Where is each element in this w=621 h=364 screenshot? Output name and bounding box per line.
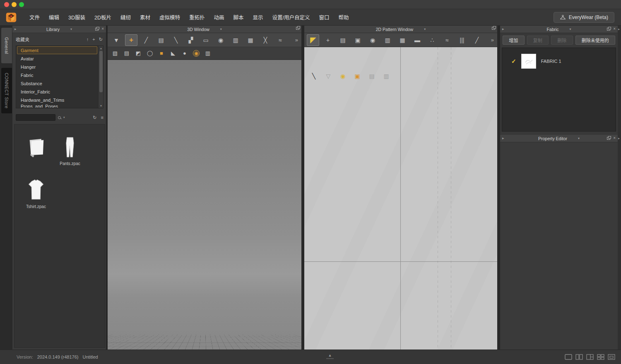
menu-item[interactable]: 窗口 (315, 11, 334, 24)
arrangement-tool[interactable]: ▞ (185, 34, 197, 46)
pleats-tool[interactable]: ||| (456, 34, 468, 46)
stamp-tool[interactable]: ▤ (366, 70, 378, 82)
expand-timeline-button[interactable]: ▲ (326, 353, 334, 359)
undock-panel-icon[interactable] (296, 27, 299, 30)
library-list-scrollbar[interactable]: ▲ ▼ (98, 46, 103, 108)
tab-connect-store[interactable]: CONNECT Store (1, 68, 12, 113)
delete-unused-fabric-button[interactable]: 删除未使用的 (575, 36, 616, 45)
show-fabric-toggle[interactable]: ■ (156, 48, 166, 58)
grid-tool-2d[interactable]: ▦ (396, 34, 409, 46)
show-globe-toggle[interactable]: ◉ (191, 48, 201, 58)
show-mannequin-toggle[interactable]: ◯ (145, 48, 155, 58)
menu-item[interactable]: 动画 (209, 11, 229, 24)
dock-arrow-icon[interactable]: ▸ (502, 136, 504, 140)
chevron-down-icon[interactable]: ▾ (424, 27, 426, 31)
show-head-toggle[interactable]: ● (180, 48, 190, 58)
transparency-toggle[interactable]: ◣ (168, 48, 178, 58)
menu-item[interactable]: 编辑 (44, 11, 64, 24)
close-panel-icon[interactable]: × (101, 27, 104, 31)
layout-dual-button[interactable] (575, 354, 583, 360)
pen-tool[interactable]: ╱ (471, 34, 483, 46)
chevron-down-icon[interactable]: ▾ (70, 27, 72, 31)
scrollbar-thumb[interactable] (99, 51, 103, 92)
2d-pattern-canvas[interactable]: ╲▽◉▣▤▥ (304, 47, 497, 350)
menu-item[interactable]: 素材 (135, 11, 155, 24)
sewing-machine-tool-2d[interactable]: ▥ (381, 34, 394, 46)
library-item-avatar[interactable]: Avatar (17, 55, 97, 62)
refresh-icon[interactable]: ↻ (99, 37, 103, 42)
stitch-tool[interactable]: ≈ (274, 34, 286, 46)
toolbar-overflow-icon[interactable]: » (491, 37, 495, 43)
scroll-up-icon[interactable]: ▲ (99, 46, 104, 50)
menu-item[interactable]: 缝纫 (116, 11, 135, 24)
library-item-props-and-poses[interactable]: Props_and_Poses (17, 104, 97, 108)
show-avatar-toggle[interactable]: ◩ (133, 48, 143, 58)
menu-item[interactable]: 3D服装 (64, 11, 90, 24)
menu-item[interactable]: 显示 (248, 11, 268, 24)
close-window-button[interactable] (4, 2, 9, 7)
library-file-pants[interactable]: Pants.zpac (55, 134, 85, 166)
edit-texture-tool[interactable]: ╲ (308, 70, 320, 82)
dock-arrow-icon[interactable]: ▸ (14, 27, 17, 31)
render-style-toggle[interactable]: ▧ (110, 48, 120, 58)
trace-tool[interactable]: ◉ (366, 34, 379, 46)
close-panel-icon[interactable]: × (613, 136, 616, 140)
undock-panel-icon[interactable] (607, 28, 610, 31)
tab-general[interactable]: General (1, 28, 12, 63)
library-item-fabric[interactable]: Fabric (17, 71, 97, 79)
library-item-hanger[interactable]: Hanger (17, 63, 97, 71)
chevron-down-icon[interactable]: ▾ (578, 136, 580, 140)
transform-pattern-tool[interactable]: ◤ (307, 34, 319, 46)
simulate-tool[interactable]: ▼ (110, 34, 123, 46)
undock-panel-icon[interactable] (492, 27, 495, 30)
library-search-input[interactable] (16, 114, 55, 121)
menu-item[interactable]: 2D板片 (90, 11, 116, 24)
undock-panel-icon[interactable] (607, 137, 610, 140)
library-item-hardware-and-trims[interactable]: Hardware_and_Trims (17, 96, 97, 104)
scroll-down-icon[interactable]: ▼ (99, 103, 104, 108)
avatar-tool[interactable]: ◉ (214, 34, 227, 46)
chevron-down-icon[interactable]: ▾ (220, 27, 222, 31)
library-item-substance[interactable]: Substance (17, 79, 97, 87)
layout-triple-button[interactable] (586, 354, 594, 360)
menu-item[interactable]: 文件 (25, 11, 44, 24)
add-fabric-button[interactable]: 增加 (503, 36, 525, 45)
library-file-tshirt[interactable]: Tshirt.zpac (21, 177, 51, 209)
sewing-machine-tool[interactable]: ▥ (229, 34, 242, 46)
import-icon[interactable]: ↑ (87, 37, 89, 42)
library-item-garment[interactable]: Garment (17, 46, 97, 54)
fabric-list-item[interactable]: ✓ FABRIC 1 (502, 48, 616, 69)
list-view-icon[interactable]: ≡ (101, 115, 104, 120)
menu-item[interactable]: 脚本 (229, 11, 248, 24)
minimize-window-button[interactable] (12, 2, 17, 7)
grid-tool[interactable]: ▦ (244, 34, 257, 46)
layout-reset-button[interactable] (608, 354, 615, 360)
search-icon[interactable] (58, 116, 61, 119)
swatch-tool[interactable]: ▣ (351, 70, 363, 82)
show-garment-toggle[interactable]: ▤ (122, 48, 132, 58)
pin-tool[interactable]: ╲ (170, 34, 182, 46)
menu-item[interactable]: 设置/用户自定义 (268, 11, 315, 24)
stitch-tool-2d[interactable]: ≈ (441, 34, 453, 46)
3d-viewport[interactable] (108, 60, 301, 350)
maximize-window-button[interactable] (19, 2, 24, 7)
search-filter-caret-icon[interactable]: ▾ (63, 116, 65, 119)
edit-pattern-tool[interactable]: + (322, 34, 334, 46)
select-garment-tool[interactable]: ▤ (155, 34, 167, 46)
library-item-interior-fabric[interactable]: Interior_Fabric (17, 88, 97, 96)
toolbar-overflow-icon[interactable]: » (295, 37, 299, 43)
select-box-tool[interactable]: ▭ (200, 34, 212, 46)
notch-tool[interactable]: ∴ (426, 34, 438, 46)
expand-dock-icon[interactable]: ▸ (618, 27, 620, 31)
adjust-tool[interactable]: ▽ (322, 70, 335, 82)
select-brush-tool[interactable]: ╱ (140, 34, 152, 46)
library-file-folder[interactable] (21, 134, 51, 161)
menu-item[interactable]: 虚拟模特 (155, 11, 185, 24)
delete-fabric-button[interactable]: 删除 (551, 36, 573, 45)
create-rectangle-tool[interactable]: ▣ (351, 34, 364, 46)
press-tool[interactable]: ▥ (380, 70, 392, 82)
expand-dock-icon[interactable]: ▸ (618, 136, 620, 140)
chevron-down-icon[interactable]: ▾ (570, 27, 571, 31)
menu-item[interactable]: 重拓扑 (185, 11, 209, 24)
layout-quad-button[interactable] (597, 354, 604, 360)
